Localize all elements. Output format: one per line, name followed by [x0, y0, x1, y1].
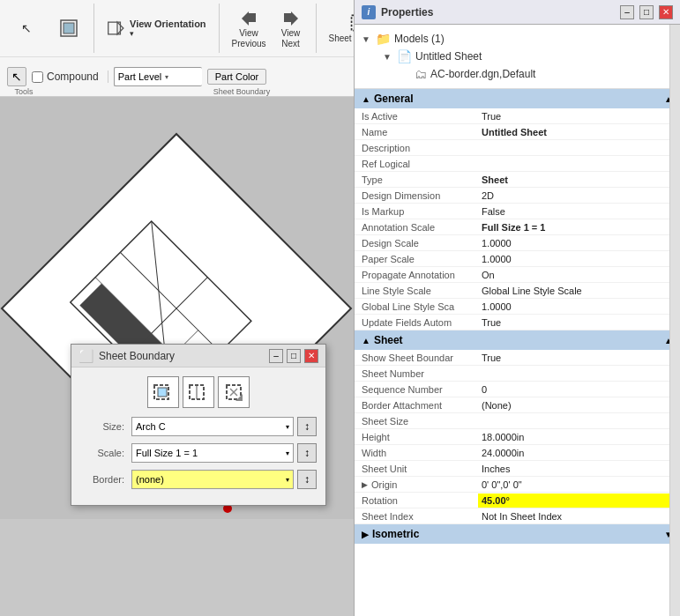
sheet-prop-row: Show Sheet BoundarTrue	[355, 350, 680, 366]
sheet-prop-row: Sheet IndexNot In Sheet Index	[355, 508, 680, 524]
dialog-minimize-btn[interactable]: –	[269, 349, 283, 363]
view-next-label: View Next	[281, 28, 301, 49]
tree-models-item[interactable]: ▼ 📁 Models (1)	[362, 30, 673, 48]
prop-value: Global Line Style Scale	[478, 284, 680, 298]
general-prop-rows: Is Active True Name Untitled Sheet Descr…	[355, 108, 680, 330]
prop-name: ▶Origin	[355, 478, 478, 492]
part-level-dropdown[interactable]: Part Level ▾	[114, 67, 202, 86]
dialog-restore-btn[interactable]: □	[287, 349, 301, 363]
sheet-prop-row: Sequence Number0	[355, 382, 680, 397]
prop-value: 18.0000in	[478, 430, 680, 444]
dialog-delete-btn[interactable]	[218, 376, 250, 408]
scale-arrow-btn[interactable]: ↕	[297, 443, 317, 463]
general-prop-row: Propagate Annotation On	[355, 267, 680, 283]
general-prop-row: Is Active True	[355, 108, 680, 124]
prop-value	[478, 162, 680, 166]
view-previous-label: View Previous	[232, 28, 266, 49]
tree-sub: ▼ 📄 Untitled Sheet 🗂 AC-border.dgn,Defau…	[383, 48, 673, 83]
prop-name: Update Fields Autom	[355, 315, 478, 330]
border-value: (none)	[136, 474, 164, 485]
general-section-header[interactable]: ▲ General ▲	[355, 89, 680, 108]
tree-untitled-sheet-item[interactable]: ▼ 📄 Untitled Sheet	[383, 48, 673, 65]
dialog-update-btn[interactable]	[183, 376, 214, 408]
file-label: AC-border.dgn,Default	[430, 68, 535, 80]
sheet-prop-row: Width24.0000in	[355, 445, 680, 461]
border-dropdown[interactable]: (none) ▾	[131, 470, 294, 489]
sheet-section-label: Sheet	[374, 334, 403, 346]
compound-label: Compound	[47, 71, 99, 83]
tools-section-label: Tools	[0, 87, 48, 96]
dialog-title-label: Sheet Boundary	[99, 350, 175, 362]
svg-rect-26	[158, 388, 167, 397]
general-prop-row: Type Sheet	[355, 172, 680, 188]
compound-checkbox[interactable]	[32, 71, 43, 83]
view-previous-btn[interactable]: View Previous	[228, 5, 270, 51]
view-orientation-arrow: ▾	[130, 29, 134, 38]
prop-name: Border Attachment	[355, 398, 478, 412]
prop-value: Inches	[478, 462, 680, 476]
sheet-expand-icon: ▲	[362, 336, 370, 345]
svg-rect-1	[64, 23, 74, 33]
size-arrow-btn[interactable]: ↕	[297, 417, 317, 436]
prop-value: Sheet	[478, 173, 680, 187]
select-arrow-btn[interactable]: ↖	[7, 67, 26, 86]
dialog-icons-row	[80, 376, 317, 408]
scale-label: Scale:	[80, 448, 124, 458]
isometric-section-label: Isometric	[372, 528, 419, 540]
file-icon: 🗂	[415, 67, 427, 81]
prop-name: Paper Scale	[355, 252, 478, 266]
prop-value: Untitled Sheet	[478, 125, 680, 139]
part-color-btn[interactable]: Part Color	[207, 69, 267, 85]
isometric-section-header[interactable]: ▶ Isometric ▼	[355, 524, 680, 544]
border-arrow-btn[interactable]: ↕	[297, 470, 317, 489]
general-prop-row: Annotation Scale Full Size 1 = 1	[355, 219, 680, 235]
properties-panel: i Properties – □ ✕ ▼ 📁 Models (1) ▼ 📄 Un…	[354, 0, 680, 616]
tree-area: ▼ 📁 Models (1) ▼ 📄 Untitled Sheet 🗂 AC-b…	[355, 25, 680, 89]
scale-dropdown[interactable]: Full Size 1 = 1 ▾	[131, 443, 294, 463]
properties-title-label: Properties	[381, 6, 433, 19]
isometric-expand-icon: ▶	[362, 530, 369, 539]
prop-name: Rotation	[355, 494, 478, 508]
part-level-label: Part Level	[118, 71, 162, 82]
border-control: (none) ▾ ↕	[131, 470, 317, 489]
properties-minimize-btn[interactable]: –	[620, 5, 634, 19]
prop-name: Is Markup	[355, 204, 478, 219]
sheet-boundary-dialog: ⬜ Sheet Boundary – □ ✕	[71, 344, 326, 506]
expand-arrow-icon[interactable]: ▶	[362, 480, 368, 489]
prop-name: Line Style Scale	[355, 284, 478, 298]
prop-value	[478, 419, 680, 423]
general-expand-icon: ▲	[362, 94, 370, 104]
untitled-sheet-label: Untitled Sheet	[415, 50, 482, 63]
dialog-icon: ⬜	[78, 349, 93, 363]
properties-close-btn[interactable]: ✕	[659, 5, 673, 19]
dialog-place-btn[interactable]	[147, 376, 179, 408]
prop-name: Design Scale	[355, 236, 478, 250]
tree-expand-icon: ▼	[362, 34, 372, 44]
sheet-section-header[interactable]: ▲ Sheet ▲	[355, 330, 680, 350]
general-prop-row: Design Scale 1.0000	[355, 235, 680, 251]
prop-value: 1.0000	[478, 236, 680, 250]
sheet-boundary-section-label: Sheet Boundary	[153, 87, 330, 96]
properties-scrollbar[interactable]	[669, 25, 680, 616]
general-prop-row: Update Fields Autom True	[355, 315, 680, 330]
pointer-tool-btn[interactable]: ↖	[12, 16, 48, 41]
view-next-btn[interactable]: View Next	[273, 5, 309, 51]
tree-file-expand-icon	[400, 70, 411, 79]
general-section-label: General	[374, 93, 414, 105]
tree-file-item[interactable]: 🗂 AC-border.dgn,Default	[400, 65, 673, 83]
view-orientation-btn[interactable]: View Orientation ▾	[103, 16, 210, 41]
dialog-win-btns: – □ ✕	[269, 349, 318, 363]
sheet-prop-row: Sheet UnitInches	[355, 461, 680, 477]
size-dropdown[interactable]: Arch C ▾	[131, 417, 294, 436]
dialog-close-btn[interactable]: ✕	[304, 349, 318, 363]
properties-maximize-btn[interactable]: □	[639, 5, 654, 19]
prop-name: Name	[355, 125, 478, 139]
element-select-btn[interactable]	[51, 16, 86, 41]
prop-name: Annotation Scale	[355, 220, 478, 234]
properties-title-icon: i	[362, 5, 376, 19]
sheet-prop-row: Rotation45.00°	[355, 493, 680, 508]
prop-value: True	[478, 351, 680, 365]
prop-value: 1.0000	[478, 252, 680, 266]
general-prop-row: Description	[355, 140, 680, 156]
prop-name: Design Dimension	[355, 189, 478, 203]
